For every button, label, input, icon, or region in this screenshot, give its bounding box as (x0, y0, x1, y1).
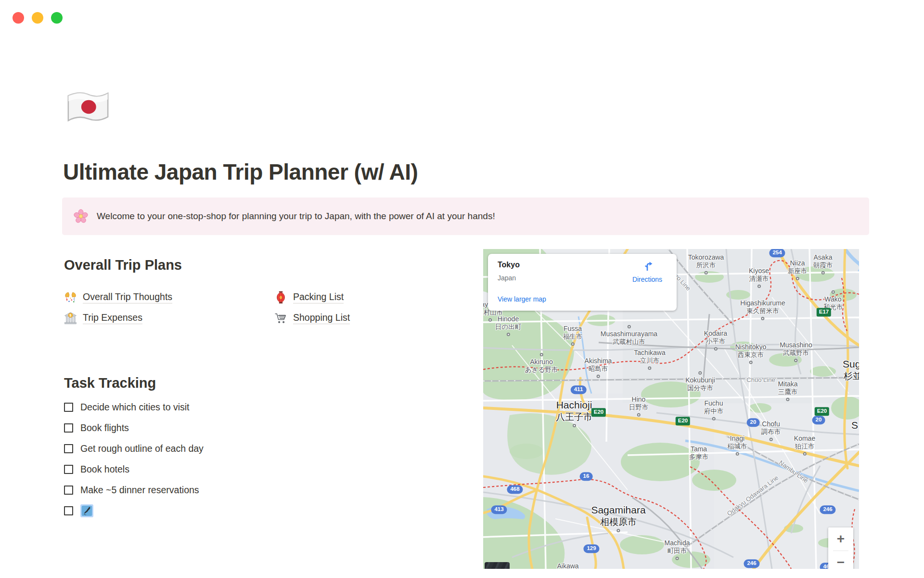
task-checkbox[interactable] (64, 506, 73, 515)
map-city-label: Fussa福生市 (563, 325, 583, 347)
map-city-label: Niiza新座市 (788, 259, 808, 282)
task-label[interactable]: Get rough outline of each day (80, 443, 204, 454)
map-rail-line-label: Chuo Line (746, 376, 775, 383)
route-badge: 129 (583, 544, 599, 553)
route-badge: 20 (747, 418, 760, 427)
map-city-label: Tama多摩市 (689, 445, 709, 461)
task-checkbox[interactable] (64, 486, 73, 495)
map-city-label: Kiyose清瀬市 (749, 267, 769, 289)
directions-button[interactable]: Directions (627, 260, 667, 283)
trip-plan-link-label: Shopping List (293, 312, 350, 324)
cart-icon (274, 312, 287, 325)
confetti-ball-icon (64, 291, 77, 304)
route-badge: 246 (744, 559, 759, 568)
task-checkbox[interactable] (64, 423, 73, 433)
route-badge: 16 (580, 472, 593, 481)
page-title: Ultimate Japan Trip Planner (w/ AI) (63, 159, 418, 185)
cherry-blossom-icon (74, 209, 88, 223)
map-city-label: Akirunoあきる野市 (525, 352, 558, 374)
map-city-label: Hachioji八王子市 (556, 399, 592, 429)
task-checkbox[interactable] (64, 465, 73, 474)
trip-plan-link[interactable]: Shopping List (274, 308, 420, 328)
trip-plan-link[interactable]: Trip Expenses (64, 308, 274, 328)
google-map-embed[interactable]: Tokorozawa所沢市Kiyose清瀬市Niiza新座市Asaka朝霞市Wa… (483, 249, 859, 569)
notion-page: Ultimate Japan Trip Planner (w/ AI) Welc… (0, 0, 924, 578)
trip-plan-link[interactable]: Overall Trip Thoughts (64, 287, 274, 308)
map-zoom-control: + − (828, 527, 853, 569)
close-button[interactable] (13, 12, 24, 24)
route-badge: 254 (769, 249, 785, 257)
trip-plan-links: Overall Trip Thoughts Packing List Trip … (64, 287, 420, 328)
trip-plan-link[interactable]: Packing List (274, 287, 420, 308)
map-rail-line-label: Nambu Line (778, 459, 809, 485)
satellite-view-thumbnail[interactable] (485, 562, 510, 569)
map-city-label: Sugi杉並 (843, 358, 859, 381)
task-row: Book flights (64, 418, 353, 438)
map-city-label: Machida町田市 (665, 539, 690, 562)
trip-plan-link-label: Packing List (293, 291, 344, 303)
route-badge: 246 (820, 505, 835, 514)
japan-map-icon[interactable] (80, 504, 93, 517)
map-city-label: Sagamihara相模原市 (591, 504, 645, 534)
window-controls (13, 12, 63, 24)
map-city-label: Chofu調布市 (761, 420, 781, 443)
map-city-label: Hino日野市 (629, 395, 649, 418)
minimize-button[interactable] (32, 12, 43, 24)
task-label[interactable]: Make ~5 dinner reservations (80, 485, 199, 496)
map-city-label: Musashino武蔵野市 (780, 341, 812, 364)
task-label[interactable]: Decide which cities to visit (80, 402, 190, 413)
task-row: Get rough outline of each day (64, 438, 353, 459)
route-badge: E20 (591, 408, 606, 417)
map-city-label: Higashikurume東久留米市 (740, 299, 785, 322)
bank-icon (64, 312, 77, 325)
map-city-label: Asaka朝霞市 (813, 253, 833, 276)
page-icon-japan-flag[interactable] (64, 90, 112, 124)
route-badge: E17 (817, 308, 831, 316)
map-city-label: Inagi稲城市 (728, 434, 747, 457)
task-tracking-heading: Task Tracking (64, 375, 156, 391)
map-city-label: Akishima昭島市 (585, 357, 612, 380)
map-rail-line-label: Odakyu Odawara Line (726, 474, 780, 517)
map-card-title: Tokyo (498, 261, 520, 269)
welcome-callout: Welcome to your one-stop-shop for planni… (62, 197, 869, 235)
task-row: Decide which cities to visit (64, 397, 353, 418)
map-city-label: Tokorozawa所沢市 (688, 253, 724, 276)
zoom-in-button[interactable]: + (828, 527, 853, 551)
trip-plan-link-label: Overall Trip Thoughts (83, 291, 172, 303)
map-city-label: Nishitokyo西東京市 (735, 343, 767, 366)
zoom-button[interactable] (51, 12, 63, 24)
trip-plans-heading: Overall Trip Plans (64, 257, 182, 273)
lantern-icon (274, 291, 287, 304)
map-city-label: Fuchu府中市 (704, 399, 724, 422)
map-info-card: Tokyo Japan View larger map Directions (488, 254, 677, 311)
directions-label: Directions (627, 276, 667, 283)
route-badge: 411 (571, 385, 587, 394)
route-badge: 468 (507, 485, 523, 494)
task-label[interactable]: Book flights (80, 422, 129, 434)
map-city-label: S (851, 419, 858, 432)
trip-plan-link-label: Trip Expenses (83, 312, 142, 324)
zoom-out-button[interactable]: − (828, 551, 853, 569)
view-larger-map-link[interactable]: View larger map (498, 295, 546, 303)
route-badge: 20 (812, 416, 825, 424)
map-city-label: Mitaka三鷹市 (778, 380, 797, 403)
route-badge: 413 (491, 505, 507, 514)
route-badge: E20 (676, 417, 690, 425)
directions-fork-icon (641, 260, 654, 272)
task-row: Make ~5 dinner reservations (64, 480, 353, 500)
task-row (64, 500, 353, 521)
route-badge: E20 (815, 407, 829, 416)
map-card-subtitle: Japan (498, 274, 516, 282)
map-city-label: Kodaira小平市 (704, 329, 727, 352)
map-city-label: Aikawa (557, 562, 578, 569)
task-checkbox[interactable] (64, 444, 73, 453)
map-city-label: Hinode日の出町 (495, 315, 521, 338)
map-city-label: Komae狛江市 (794, 434, 815, 457)
task-list: Decide which cities to visit Book flight… (64, 397, 353, 521)
callout-text: Welcome to your one-stop-shop for planni… (97, 211, 495, 222)
map-city-label: Kokubunji国分寺市 (685, 370, 715, 393)
task-label[interactable]: Book hotels (80, 464, 129, 475)
task-row: Book hotels (64, 459, 353, 480)
task-checkbox[interactable] (64, 403, 73, 412)
map-city-label: Tachikawa立川市 (634, 349, 665, 371)
